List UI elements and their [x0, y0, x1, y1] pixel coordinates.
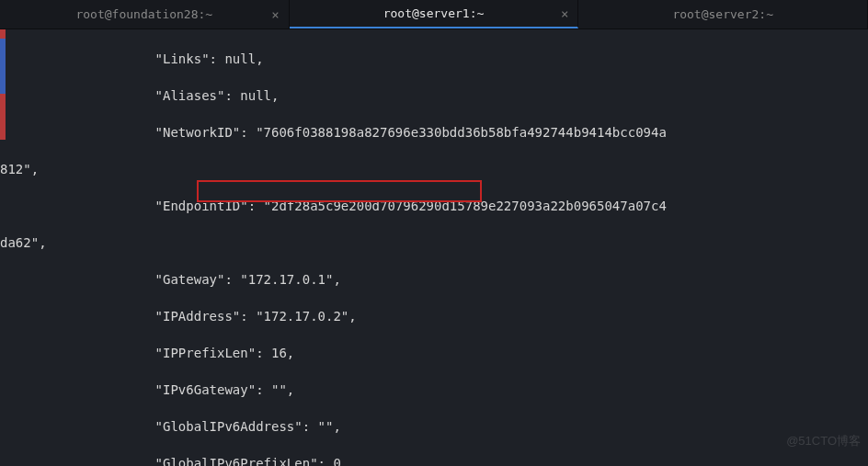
tab-title: root@server2:~: [672, 7, 773, 21]
output-line: "GlobalIPv6Address": "",: [0, 417, 868, 436]
output-line: "GlobalIPv6PrefixLen": 0,: [0, 454, 868, 466]
output-line: "NetworkID": "7606f0388198a827696e330bdd…: [0, 123, 868, 142]
output-line: "IPPrefixLen": 16,: [0, 344, 868, 362]
output-line: "Aliases": null,: [0, 86, 868, 105]
tab-foundation28[interactable]: root@foundation28:~ ×: [0, 0, 290, 28]
tab-server2[interactable]: root@server2:~: [578, 0, 868, 28]
tab-server1[interactable]: root@server1:~ ×: [290, 0, 579, 28]
terminal-output[interactable]: "Links": null, "Aliases": null, "Network…: [0, 29, 868, 466]
output-line: da62",: [0, 233, 868, 252]
output-line: "Gateway": "172.17.0.1",: [0, 270, 868, 289]
output-line: "Links": null,: [0, 50, 868, 68]
output-line: 812",: [0, 160, 868, 178]
close-icon[interactable]: ×: [271, 7, 279, 22]
output-line: "EndpointID": "2df28a5c9e200d70796290d15…: [0, 197, 868, 215]
close-icon[interactable]: ×: [561, 6, 568, 21]
output-line: "IPAddress": "172.17.0.2",: [0, 307, 868, 325]
watermark: @51CTO博客: [786, 433, 861, 449]
tab-bar: root@foundation28:~ × root@server1:~ × r…: [0, 0, 868, 29]
tab-title: root@server1:~: [383, 6, 485, 20]
tab-title: root@foundation28:~: [75, 7, 212, 21]
output-line: "IPv6Gateway": "",: [0, 381, 868, 399]
